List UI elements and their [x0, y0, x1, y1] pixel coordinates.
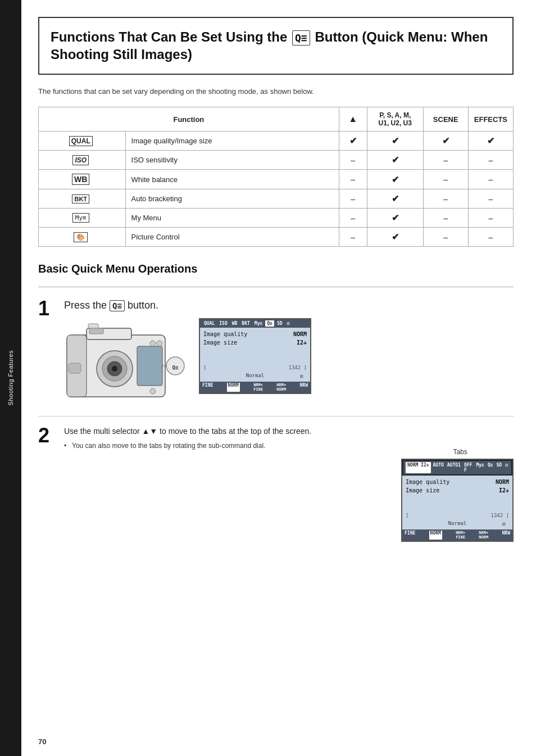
lcd2-bottom-nrw: NRW — [502, 531, 510, 540]
row-psam-bkt: ✔ — [367, 189, 423, 209]
row-badge-pictctrl: 🎨 — [39, 228, 126, 247]
lcd-bottom-bar-1: FINE NORM NRM+FINE NRM+NORM NRW — [200, 382, 310, 393]
tabs-label: Tabs — [453, 448, 467, 456]
lcd-label-size: Image size — [203, 339, 237, 346]
sidebar-label: Shooting Features — [7, 350, 14, 405]
lcd2-arrow-icon: ≡ — [502, 520, 506, 528]
main-content: Functions That Can Be Set Using the Q≡ B… — [21, 0, 536, 756]
lcd2-bottom-nrmfine: NRM+FINE — [456, 531, 465, 540]
lcd-top-bar-1: QUAL ISO WB BKT My≡ Q≡ SD ⊟ — [200, 319, 310, 328]
page-title: Functions That Can Be Set Using the Q≡ B… — [51, 28, 501, 64]
lcd-row-quality: Image quality NORM — [203, 330, 307, 338]
lcd-bracket-left: [ — [203, 365, 206, 370]
lcd2-normal-row: Normal ≡ — [406, 519, 509, 527]
step2: 2 Use the multi selector ▲▼ to move to t… — [38, 425, 514, 542]
lcd2-arrow: ⊟ — [504, 462, 509, 473]
lcd-screen-1: QUAL ISO WB BKT My≡ Q≡ SD ⊟ Image qualit… — [199, 318, 311, 394]
lcd-row-size: Image size I2+ — [203, 338, 307, 347]
step1-number: 1 — [38, 298, 55, 319]
lcd2-label-quality: Image quality — [406, 479, 449, 485]
row-scene-pictctrl: – — [423, 228, 468, 247]
step1-title: Press the Q≡ button. — [64, 298, 514, 313]
row-icon-pictctrl: – — [339, 228, 367, 247]
step1-content: Press the Q≡ button. — [64, 298, 514, 402]
row-psam-pictctrl: ✔ — [367, 228, 423, 247]
lcd2-row-size: Image size I2+ — [406, 486, 509, 495]
lcd2-bracket-left: [ — [406, 513, 408, 518]
lcd2-qual: NORM I2+ — [406, 462, 431, 473]
step2-content: Use the multi selector ▲▼ to move to the… — [64, 425, 514, 542]
step2-title: Use the multi selector ▲▼ to move to the… — [64, 425, 514, 437]
row-scene-iso: – — [423, 151, 468, 170]
lcd2-row-quality: Image quality NORM — [406, 478, 509, 486]
row-name-mymenu: My Menu — [125, 209, 339, 228]
row-badge-iso: ISO — [39, 151, 126, 170]
row-badge-wb: WB — [39, 170, 126, 189]
lcd2-bottom-norm: NORM — [429, 531, 442, 540]
svg-point-6 — [112, 366, 117, 372]
row-scene-bkt: – — [423, 189, 468, 209]
lcd-bracket-right: 1342 ] — [288, 365, 307, 370]
lcd-top-qual: QUAL — [202, 320, 216, 327]
lcd-bottom-nrmnorm: NRM+NORM — [276, 383, 286, 392]
lcd-bottom-nrw: NRW — [300, 383, 308, 392]
lcd-body-2: Image quality NORM Image size I2+ [ — [402, 476, 512, 529]
lcd-label-quality: Image quality — [203, 331, 247, 337]
row-name-wb: White balance — [125, 170, 339, 189]
svg-rect-11 — [88, 324, 98, 328]
lcd2-bracket-right: 1342 ] — [490, 513, 509, 518]
lcd-screen-2: NORM I2+ AUTO AUTO1 OFF F My≡ Q≡ SD ⊟ — [401, 459, 514, 542]
lcd-normal-row: Normal ≡ — [203, 372, 307, 379]
lcd-top-arrow: ⊟ — [285, 320, 292, 327]
row-psam-qual: ✔ — [367, 132, 423, 151]
lcd2-normal-label: Normal — [448, 520, 467, 526]
row-effects-bkt: – — [468, 189, 513, 209]
step2-bullet: You can also move to the tabs by rotatin… — [64, 442, 514, 450]
lcd2-q: Q≡ — [487, 462, 494, 473]
col-header-icon: ▲ — [339, 107, 367, 132]
lcd2-wb: AUTO1 — [446, 462, 462, 473]
lcd-normal-label: Normal — [246, 373, 265, 378]
function-table: Function ▲ P, S, A, M,U1, U2, U3 SCENE E… — [38, 107, 514, 247]
row-psam-mymenu: ✔ — [367, 209, 423, 228]
intro-paragraph: The functions that can be set vary depen… — [38, 86, 514, 97]
lcd2-my: My≡ — [475, 462, 485, 473]
tabs-arrow-icon: ↓ — [457, 457, 460, 463]
svg-rect-7 — [137, 346, 162, 386]
row-psam-wb: ✔ — [367, 170, 423, 189]
table-row: WB White balance – ✔ – – — [39, 170, 514, 189]
lcd2-sd: SD — [496, 462, 503, 473]
step1: 1 Press the Q≡ button. — [38, 298, 514, 402]
row-effects-iso: – — [468, 151, 513, 170]
row-effects-qual: ✔ — [468, 132, 513, 151]
lcd2-spacer — [406, 495, 509, 511]
svg-rect-15 — [89, 328, 103, 334]
lcd-top-sd: SD — [275, 320, 284, 327]
row-scene-wb: – — [423, 170, 468, 189]
lcd-spacer-1 — [203, 347, 307, 364]
lcd-top-q: Q≡ — [265, 320, 274, 327]
table-row: BKT Auto bracketing – ✔ – – — [39, 189, 514, 209]
table-row: 🎨 Picture Control – ✔ – – — [39, 228, 514, 247]
sidebar: Shooting Features — [0, 0, 21, 756]
svg-point-8 — [150, 341, 156, 346]
lcd-top-bkt: BKT — [240, 320, 251, 327]
svg-text:Q≡: Q≡ — [172, 365, 179, 370]
camera-illustration: Q≡ — [64, 318, 188, 402]
row-icon-mymenu: – — [339, 209, 367, 228]
row-scene-mymenu: – — [423, 209, 468, 228]
lcd2-value-size: I2+ — [499, 487, 509, 494]
table-row: ISO ISO sensitivity – ✔ – – — [39, 151, 514, 170]
row-name-iso: ISO sensitivity — [125, 151, 339, 170]
row-effects-mymenu: – — [468, 209, 513, 228]
row-icon-qual: ✔ — [339, 132, 367, 151]
lcd-top-iso: ISO — [217, 320, 229, 327]
col-header-scene: SCENE — [423, 107, 468, 132]
lcd2-value-quality: NORM — [496, 479, 509, 485]
lcd-bottom-bar-2: FINE NORM NRM+FINE NRM+NORM NRW — [402, 529, 512, 541]
row-icon-bkt: – — [339, 189, 367, 209]
row-scene-qual: ✔ — [423, 132, 468, 151]
row-badge-mymenu: My≡ — [39, 209, 126, 228]
step2-screen-area: Tabs ↓ NORM I2+ AUTO AUTO1 OFF F — [64, 459, 514, 542]
lcd2-bracket-row: [ 1342 ] — [406, 511, 509, 519]
